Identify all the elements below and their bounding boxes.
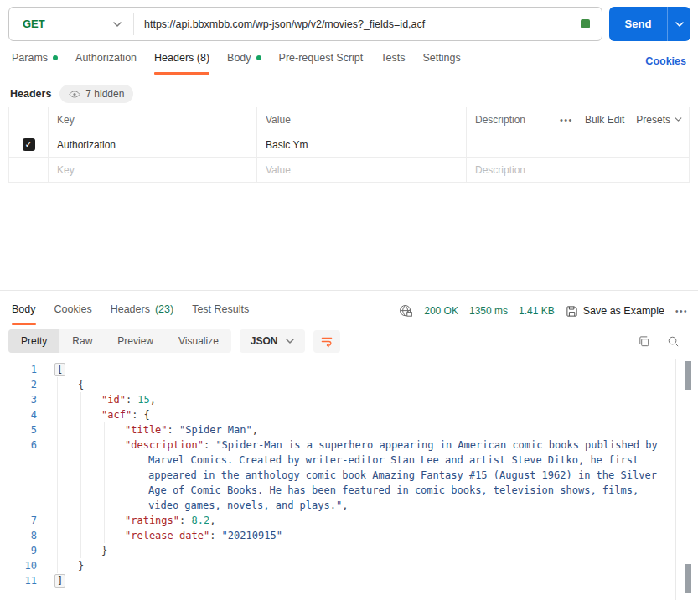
url-status-indicator: [581, 19, 590, 28]
view-mode-segmented-control: PrettyRawPreviewVisualize: [8, 329, 231, 353]
header-value-cell[interactable]: Basic Ym: [257, 132, 467, 158]
table-toolbar: ••• Bulk Edit Presets: [560, 114, 682, 126]
code-token: }: [78, 560, 84, 572]
request-tab-authorization[interactable]: Authorization: [75, 52, 137, 75]
tab-label: Pre-request Script: [279, 52, 364, 64]
request-tab-body[interactable]: Body: [227, 52, 261, 75]
response-time[interactable]: 1350 ms: [469, 305, 508, 317]
line-number: 3: [0, 392, 37, 407]
code-token: appeared in the anthology comic book Ama…: [148, 469, 657, 481]
header-key-cell[interactable]: Authorization: [49, 132, 257, 158]
response-more-options-icon[interactable]: •••: [675, 307, 688, 316]
response-tab-headers[interactable]: Headers(23): [111, 295, 173, 327]
code-lines: 1[2{3"id": 15,4"acf": {5"title": "Spider…: [0, 362, 698, 588]
request-tab-settings[interactable]: Settings: [422, 52, 460, 75]
table-row-checkbox-cell: [8, 158, 49, 183]
line-number: 8: [0, 528, 37, 543]
view-tab-pretty[interactable]: Pretty: [8, 329, 59, 353]
code-token: :: [204, 439, 215, 451]
copy-icon[interactable]: [638, 335, 650, 348]
hidden-headers-toggle[interactable]: 7 hidden: [59, 85, 133, 103]
line-number: [0, 468, 37, 483]
request-tabs: ParamsAuthorizationHeaders (8)BodyPre-re…: [12, 52, 461, 75]
send-options-button[interactable]: [667, 7, 690, 41]
column-header-value: Value: [257, 107, 467, 132]
method-selector[interactable]: GET: [9, 8, 133, 40]
code-line: Marvel Comics. Created by writer-editor …: [0, 453, 698, 468]
response-tab-test-results[interactable]: Test Results: [192, 295, 249, 327]
code-line-content: "description": "Spider-Man is a superher…: [49, 437, 698, 453]
response-header-row: BodyCookiesHeaders(23)Test Results 200 O…: [12, 295, 688, 327]
bulk-edit-button[interactable]: Bulk Edit: [585, 114, 624, 126]
response-size[interactable]: 1.41 KB: [519, 305, 555, 317]
code-line-content: "id": 15,: [49, 392, 698, 407]
code-line-content: appeared in the anthology comic book Ama…: [49, 468, 698, 483]
code-line: Age of Comic Books. He has been featured…: [0, 483, 698, 498]
request-url-row: GET Send: [8, 7, 690, 41]
wrap-lines-button[interactable]: [313, 330, 340, 353]
new-value-input[interactable]: Value: [257, 158, 467, 183]
status-code[interactable]: 200 OK: [424, 305, 458, 317]
code-line-content: }: [49, 558, 698, 573]
hidden-count-label: 7 hidden: [85, 88, 124, 100]
code-token: ]: [54, 574, 65, 588]
tab-label: Body: [227, 52, 251, 64]
line-number: [0, 453, 37, 468]
line-number: 9: [0, 543, 37, 558]
presets-dropdown[interactable]: Presets: [636, 114, 682, 126]
code-line: 6"description": "Spider-Man is a superhe…: [0, 437, 698, 453]
save-as-example-button[interactable]: Save as Example: [566, 305, 664, 318]
code-line: 1[: [0, 362, 698, 377]
eye-icon: [69, 91, 80, 98]
code-line: video games, novels, and plays.",: [0, 498, 698, 513]
select-all-column: [8, 107, 49, 132]
view-actions: [638, 335, 688, 348]
tab-label: Body: [12, 303, 36, 315]
code-line: 3"id": 15,: [0, 392, 698, 407]
headers-table: Key Value Description ••• Bulk Edit Pres…: [8, 107, 690, 183]
view-controls: PrettyRawPreviewVisualize JSON: [8, 329, 340, 353]
chevron-down-icon: [286, 339, 294, 344]
view-tab-preview[interactable]: Preview: [105, 329, 166, 353]
green-dot-icon: [256, 55, 261, 60]
code-line-content: "acf": {: [49, 407, 698, 422]
request-tab-headers-8[interactable]: Headers (8): [154, 52, 209, 75]
new-description-input[interactable]: Description: [467, 158, 690, 183]
request-tab-params[interactable]: Params: [12, 52, 58, 75]
code-line-content: "release_date": "20210915": [49, 528, 698, 543]
send-label: Send: [609, 7, 667, 41]
row-checkbox-checked[interactable]: ✓: [23, 138, 35, 151]
more-options-icon[interactable]: •••: [560, 115, 573, 125]
save-as-example-label: Save as Example: [583, 305, 664, 317]
format-label: JSON: [251, 335, 278, 347]
code-token: "description": [125, 439, 204, 451]
response-tab-body[interactable]: Body: [12, 295, 36, 327]
cookies-link[interactable]: Cookies: [645, 55, 686, 67]
code-line-content: "title": "Spider Man",: [49, 422, 698, 437]
view-tab-raw[interactable]: Raw: [59, 329, 105, 353]
code-line: 7"ratings": 8.2,: [0, 513, 698, 528]
line-number: 10: [0, 558, 37, 573]
line-number: [0, 483, 37, 498]
send-button[interactable]: Send: [609, 7, 690, 41]
request-tab-tests[interactable]: Tests: [380, 52, 405, 75]
network-globe-icon[interactable]: [399, 304, 413, 318]
chevron-down-icon: [675, 117, 682, 122]
code-line: appeared in the anthology comic book Ama…: [0, 468, 698, 483]
request-tab-pre-request-script[interactable]: Pre-request Script: [279, 52, 364, 75]
response-status-cluster: 200 OK 1350 ms 1.41 KB Save as Example •…: [399, 304, 688, 318]
response-tab-cookies[interactable]: Cookies: [54, 295, 92, 327]
code-line-content: Marvel Comics. Created by writer-editor …: [49, 453, 698, 468]
header-description-cell[interactable]: [467, 132, 690, 158]
new-key-input[interactable]: Key: [49, 158, 257, 183]
code-token: :: [168, 424, 179, 436]
format-dropdown[interactable]: JSON: [240, 329, 305, 353]
tab-label: Headers: [111, 303, 150, 315]
line-number: 1: [0, 362, 37, 377]
view-tab-visualize[interactable]: Visualize: [166, 329, 231, 353]
wrap-lines-icon: [320, 335, 333, 348]
code-token: "title": [125, 424, 168, 436]
url-input[interactable]: [134, 18, 581, 30]
method-label: GET: [23, 18, 45, 30]
search-icon[interactable]: [667, 335, 680, 348]
